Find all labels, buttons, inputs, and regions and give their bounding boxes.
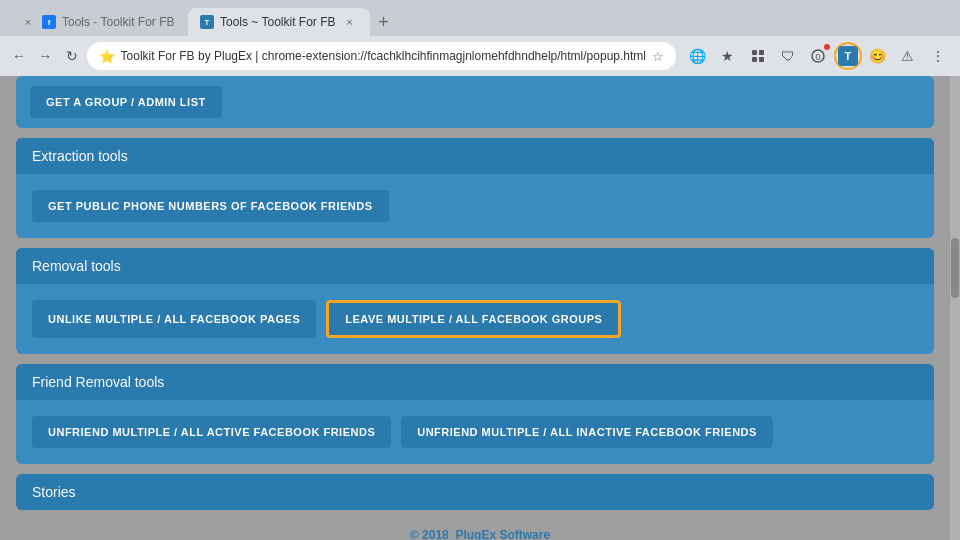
scrollbar[interactable] (950, 76, 960, 540)
forward-button[interactable]: → (34, 42, 56, 70)
svg-rect-6 (752, 57, 757, 62)
page-content: GET A GROUP / ADMIN LIST Extraction tool… (0, 76, 960, 540)
toolkit-icon[interactable]: T (834, 42, 862, 70)
extraction-tools-header: Extraction tools (16, 138, 934, 174)
scrollbar-thumb[interactable] (951, 238, 959, 298)
friend-removal-tools-section: Friend Removal tools UNFRIEND MULTIPLE /… (16, 364, 934, 464)
browser-frame: × f Tools - Toolkit For FB T Tools ~ Too… (0, 0, 960, 540)
profile-icon[interactable]: 😊 (864, 42, 892, 70)
toolbar-icons: 🌐 ★ 🛡 0 T 😊 ⚠ ⋮ (684, 42, 952, 70)
address-input[interactable]: ⭐ Toolkit For FB by PlugEx | chrome-exte… (87, 42, 676, 70)
stories-section: Stories (16, 474, 934, 510)
main-content: GET A GROUP / ADMIN LIST Extraction tool… (0, 76, 950, 520)
extension-puzzle-icon[interactable] (744, 42, 772, 70)
footer: © 2018 PlugEx Software (0, 520, 960, 540)
friend-removal-tools-header: Friend Removal tools (16, 364, 934, 400)
address-bar: ← → ↻ ⭐ Toolkit For FB by PlugEx | chrom… (0, 36, 960, 76)
removal-tools-header: Removal tools (16, 248, 934, 284)
tab-2[interactable]: T Tools ~ Toolkit For FB × (188, 8, 370, 36)
tab-bar: × f Tools - Toolkit For FB T Tools ~ Too… (0, 0, 960, 36)
svg-text:0: 0 (815, 52, 820, 62)
svg-rect-5 (759, 50, 764, 55)
leave-groups-button[interactable]: LEAVE MULTIPLE / ALL FACEBOOK GROUPS (326, 300, 621, 338)
shield-icon[interactable]: 🛡 (774, 42, 802, 70)
svg-text:f: f (48, 18, 51, 27)
friend-removal-tools-body: UNFRIEND MULTIPLE / ALL ACTIVE FACEBOOK … (16, 400, 934, 464)
removal-tools-body: UNLIKE MULTIPLE / ALL FACEBOOK PAGES LEA… (16, 284, 934, 354)
footer-text: © 2018 (410, 528, 456, 540)
extraction-tools-section: Extraction tools GET PUBLIC PHONE NUMBER… (16, 138, 934, 238)
new-tab-button[interactable]: + (370, 8, 398, 36)
unfriend-inactive-button[interactable]: UNFRIEND MULTIPLE / ALL INACTIVE FACEBOO… (401, 416, 773, 448)
reload-button[interactable]: ↻ (60, 42, 82, 70)
footer-suffix: Software (496, 528, 550, 540)
tab-1-title: Tools - Toolkit For FB (62, 15, 176, 29)
removal-tools-section: Removal tools UNLIKE MULTIPLE / ALL FACE… (16, 248, 934, 354)
get-phone-numbers-button[interactable]: GET PUBLIC PHONE NUMBERS OF FACEBOOK FRI… (32, 190, 389, 222)
stories-header: Stories (16, 474, 934, 510)
tab-2-close-icon[interactable]: × (342, 14, 358, 30)
svg-rect-4 (752, 50, 757, 55)
bookmark-icon[interactable]: ☆ (652, 49, 664, 64)
top-partial-section: GET A GROUP / ADMIN LIST (16, 76, 934, 128)
home-icon: ⭐ (99, 49, 115, 64)
menu-icon[interactable]: ⋮ (924, 42, 952, 70)
tab-1-favicon: f (42, 15, 56, 29)
warning-icon[interactable]: ⚠ (894, 42, 922, 70)
extension-icon-with-badge[interactable]: 0 (804, 42, 832, 70)
tab-1[interactable]: × f Tools - Toolkit For FB (8, 8, 188, 36)
extraction-tools-body: GET PUBLIC PHONE NUMBERS OF FACEBOOK FRI… (16, 174, 934, 238)
get-group-admin-button[interactable]: GET A GROUP / ADMIN LIST (30, 86, 222, 118)
tab-2-favicon: T (200, 15, 214, 29)
tab-2-title: Tools ~ Toolkit For FB (220, 15, 336, 29)
footer-brand: PlugEx (455, 528, 496, 540)
address-text: Toolkit For FB by PlugEx | chrome-extens… (121, 49, 646, 63)
unlike-pages-button[interactable]: UNLIKE MULTIPLE / ALL FACEBOOK PAGES (32, 300, 316, 338)
tab-1-close-icon[interactable]: × (20, 14, 36, 30)
unfriend-active-button[interactable]: UNFRIEND MULTIPLE / ALL ACTIVE FACEBOOK … (32, 416, 391, 448)
svg-text:T: T (205, 19, 210, 26)
svg-rect-7 (759, 57, 764, 62)
translate-icon[interactable]: 🌐 (684, 42, 712, 70)
back-button[interactable]: ← (8, 42, 30, 70)
bookmark-star-icon[interactable]: ★ (714, 42, 742, 70)
